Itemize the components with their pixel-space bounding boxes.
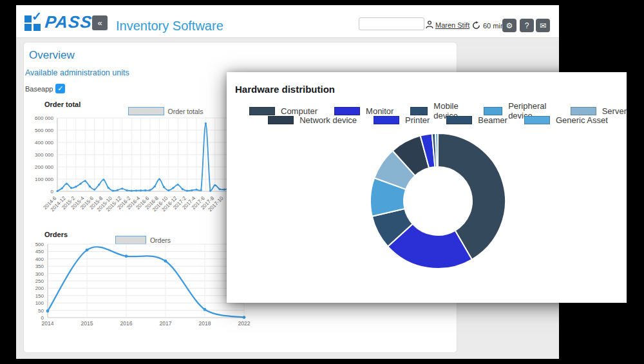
sidebar-collapse-button[interactable]: « — [92, 15, 108, 30]
order-total-legend-label: Order totals — [168, 108, 204, 115]
legend-item-generic-asset[interactable]: Generic Asset — [524, 115, 608, 125]
hardware-distribution-donut[interactable] — [227, 127, 627, 303]
section-title: Available administration units — [25, 68, 129, 77]
svg-text:50: 50 — [38, 308, 44, 314]
page-title: Overview — [29, 49, 75, 62]
legend-swatch — [446, 116, 472, 124]
gear-icon: ⚙ — [506, 21, 513, 30]
header-search-input[interactable] — [359, 17, 424, 30]
legend-swatch — [571, 107, 596, 115]
screen-background: { "header": { "logo_text": "PASS", "coll… — [0, 0, 644, 364]
svg-text:2022: 2022 — [238, 320, 251, 327]
legend-label: Printer — [405, 115, 430, 125]
svg-text:400 000: 400 000 — [35, 140, 53, 146]
refresh-interval: 60 min — [483, 22, 504, 30]
donut-legend-row-2: Network devicePrinterBeamerGeneric Asset — [249, 115, 627, 125]
legend-label: Server — [602, 106, 627, 116]
svg-text:100: 100 — [35, 300, 44, 306]
envelope-icon: ✉ — [540, 21, 546, 30]
refresh-control[interactable]: 60 min — [472, 21, 504, 30]
refresh-icon — [472, 21, 480, 30]
mail-button[interactable]: ✉ — [536, 19, 550, 32]
legend-label: Generic Asset — [556, 115, 608, 125]
svg-text:450: 450 — [35, 249, 44, 254]
svg-text:400: 400 — [35, 256, 44, 262]
legend-swatch — [484, 107, 502, 115]
legend-swatch — [249, 107, 275, 115]
legend-item-printer[interactable]: Printer — [374, 115, 430, 125]
legend-label: Monitor — [366, 106, 393, 116]
legend-swatch — [524, 116, 550, 124]
legend-swatch — [268, 116, 294, 124]
svg-text:2018: 2018 — [199, 320, 211, 327]
svg-text:500 000: 500 000 — [35, 128, 53, 133]
baseapp-label: Baseapp — [25, 85, 53, 93]
svg-text:300: 300 — [35, 271, 44, 277]
pass-logo-icon: ✓ — [24, 14, 42, 31]
svg-text:600 000: 600 000 — [35, 115, 53, 121]
svg-text:0: 0 — [51, 189, 54, 195]
svg-text:250: 250 — [35, 278, 44, 284]
logo-text: PASS — [44, 12, 93, 32]
app-title: Inventory Software — [116, 19, 223, 34]
question-icon: ? — [525, 21, 529, 30]
svg-text:500: 500 — [35, 242, 44, 247]
user-link[interactable]: Maren Stift — [426, 21, 469, 29]
pass-logo: ✓ PASS — [24, 12, 92, 32]
legend-item-network-device[interactable]: Network device — [268, 115, 357, 125]
svg-text:2014: 2014 — [42, 320, 54, 327]
header-bar: ✓ PASS « Inventory Software Maren Stift … — [16, 5, 559, 38]
legend-swatch — [374, 116, 399, 124]
svg-text:200: 200 — [35, 285, 44, 291]
person-icon — [426, 21, 433, 29]
svg-text:150: 150 — [35, 293, 44, 299]
hardware-distribution-title: Hardware distribution — [235, 84, 335, 95]
legend-swatch — [410, 107, 428, 115]
settings-button[interactable]: ⚙ — [502, 19, 516, 32]
svg-text:200 000: 200 000 — [35, 164, 53, 170]
legend-swatch — [334, 107, 360, 115]
baseapp-checkbox[interactable]: ✓ — [55, 84, 65, 93]
logo-check-icon: ✓ — [32, 9, 42, 24]
svg-text:2015: 2015 — [81, 320, 93, 327]
hardware-distribution-panel: Hardware distribution ComputerMonitorMob… — [227, 72, 627, 303]
legend-label: Network device — [299, 115, 357, 125]
svg-text:2016: 2016 — [120, 320, 133, 327]
svg-text:2017: 2017 — [160, 320, 172, 327]
help-button[interactable]: ? — [520, 19, 534, 32]
svg-text:100 000: 100 000 — [35, 177, 53, 182]
svg-text:300 000: 300 000 — [35, 152, 53, 158]
baseapp-row: Baseapp ✓ — [25, 84, 65, 93]
svg-text:350: 350 — [35, 263, 44, 269]
legend-label: Beamer — [478, 115, 507, 125]
legend-label: Computer — [281, 106, 317, 116]
legend-item-beamer[interactable]: Beamer — [446, 115, 507, 125]
user-name: Maren Stift — [435, 21, 469, 29]
